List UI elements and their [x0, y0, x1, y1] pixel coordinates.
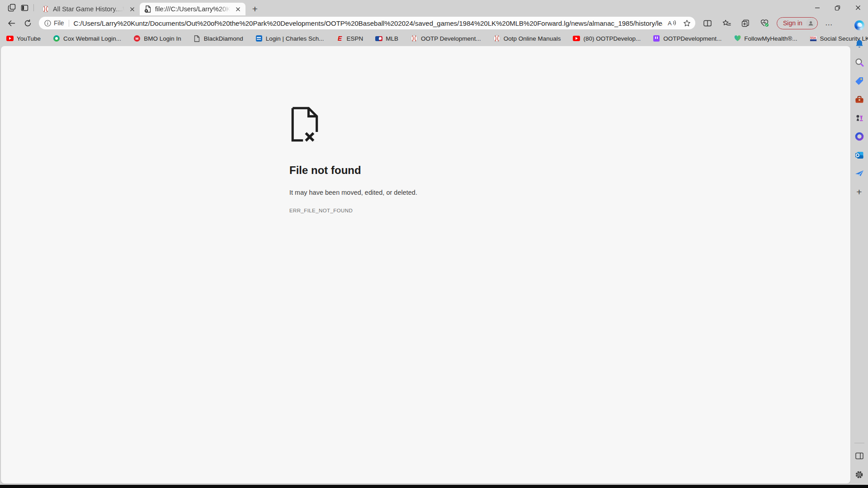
error-message: It may have been moved, edited, or delet…: [289, 189, 850, 196]
minimize-icon[interactable]: [807, 0, 827, 15]
read-aloud-icon[interactable]: A: [667, 19, 677, 27]
page-icon: [193, 35, 201, 42]
baseball-icon: [493, 35, 500, 42]
bookmark-ootp-development[interactable]: OOTP Development...: [410, 35, 481, 42]
bookmark-ootp-manuals[interactable]: Ootp Online Manuals: [493, 35, 561, 42]
youtube-icon: [6, 35, 14, 42]
file-error-icon: [289, 107, 850, 142]
window-controls: [807, 0, 868, 15]
baseball-icon: [42, 5, 49, 13]
browser-essentials-icon[interactable]: [758, 17, 771, 29]
outlook-icon[interactable]: [854, 149, 865, 161]
tab-file-not-found[interactable]: file:///C:/Users/Larry%20Kuntz/D: [140, 3, 245, 15]
sidebar-panel-toggle-icon[interactable]: [854, 450, 865, 462]
search-icon[interactable]: [854, 56, 865, 68]
site-scheme-label: File: [54, 19, 64, 27]
tab-all-star-game-history[interactable]: All Star Game History....Where? -: [38, 3, 140, 15]
settings-gear-icon[interactable]: [854, 469, 865, 480]
tab-strip: All Star Game History....Where? - file:/…: [0, 0, 868, 15]
sign-in-button[interactable]: Sign in: [777, 17, 818, 29]
tab-close-icon[interactable]: [128, 5, 136, 13]
bookmark-ootp-youtube[interactable]: (80) OOTPDevelop...: [573, 35, 641, 42]
favorites-hub-icon[interactable]: [720, 17, 733, 29]
settings-more-icon[interactable]: …: [823, 19, 835, 28]
bookmark-espn[interactable]: E ESPN: [336, 35, 363, 42]
notifications-bell-icon[interactable]: [854, 38, 865, 50]
twitch-icon: [653, 35, 660, 42]
mlb-icon: [375, 35, 382, 42]
drop-plane-icon[interactable]: [854, 168, 865, 179]
edge-sidebar: +: [850, 15, 868, 485]
close-window-icon[interactable]: [848, 0, 868, 15]
schwab-icon: [255, 35, 263, 42]
tab-label: file:///C:/Users/Larry%20Kuntz/D: [155, 5, 230, 13]
back-icon[interactable]: [5, 17, 18, 29]
split-screen-icon[interactable]: [701, 17, 714, 29]
collections-icon[interactable]: [739, 17, 752, 29]
toolbar: File C:/Users/Larry%20Kuntz/Documents/Ou…: [0, 15, 850, 31]
sidebar-divider: [854, 443, 864, 443]
restore-window-icon[interactable]: [827, 0, 848, 15]
bookmark-youtube[interactable]: YouTube: [6, 35, 41, 42]
tab-label: All Star Game History....Where? -: [53, 5, 124, 13]
new-tab-button[interactable]: +: [248, 3, 262, 15]
broken-file-icon: [144, 5, 151, 13]
bookmark-followmyhealth[interactable]: FollowMyHealth®...: [734, 35, 797, 42]
site-info[interactable]: File: [44, 19, 64, 27]
tab-actions-menu-icon[interactable]: [18, 2, 31, 14]
copilot-icon[interactable]: [854, 19, 865, 31]
refresh-icon[interactable]: [21, 17, 34, 29]
address-separator: [69, 20, 69, 27]
info-icon: [44, 20, 51, 27]
error-title: File not found: [289, 164, 850, 177]
ssa-icon: SSA: [810, 35, 817, 42]
bookmark-charles-schwab[interactable]: Login | Charles Sch...: [255, 35, 324, 42]
bookmark-mlb[interactable]: MLB: [375, 35, 398, 42]
tab-close-icon[interactable]: [234, 5, 242, 13]
error-code: ERR_FILE_NOT_FOUND: [289, 208, 850, 213]
address-url[interactable]: C:/Users/Larry%20Kuntz/Documents/Out%20o…: [74, 19, 663, 27]
address-bar[interactable]: File C:/Users/Larry%20Kuntz/Documents/Ou…: [39, 17, 695, 29]
toolbar-right: Sign in …: [701, 17, 835, 29]
page-content: File not found It may have been moved, e…: [1, 46, 850, 483]
espn-icon: E: [336, 35, 344, 42]
tab-divider: [33, 4, 34, 11]
sign-in-label: Sign in: [783, 19, 802, 27]
games-icon[interactable]: [854, 112, 865, 124]
add-to-sidebar-icon[interactable]: +: [854, 186, 865, 198]
health-heart-icon: [734, 35, 741, 42]
svg-text:A: A: [668, 20, 672, 27]
favorite-star-icon[interactable]: [683, 19, 691, 27]
bmo-icon: M: [133, 35, 141, 42]
profile-avatar-icon: [806, 19, 816, 28]
bookmark-ootp-twitch[interactable]: OOTPDevelopment...: [653, 35, 722, 42]
bookmark-bmo[interactable]: M BMO Login In: [133, 35, 181, 42]
workspaces-icon[interactable]: [5, 2, 18, 14]
cox-icon: [53, 35, 60, 42]
shopping-tag-icon[interactable]: [854, 75, 865, 87]
window-bottom-edge: [0, 485, 868, 488]
bookmark-cox-webmail[interactable]: Cox Webmail Login...: [53, 35, 121, 42]
toolbox-icon[interactable]: [854, 94, 865, 105]
bookmark-blackdiamond[interactable]: BlackDiamond: [193, 35, 243, 42]
baseball-icon: [410, 35, 418, 42]
bookmarks-bar: YouTube Cox Webmail Login... M BMO Login…: [0, 31, 850, 46]
microsoft-365-icon[interactable]: [854, 131, 865, 142]
youtube-icon: [573, 35, 580, 42]
